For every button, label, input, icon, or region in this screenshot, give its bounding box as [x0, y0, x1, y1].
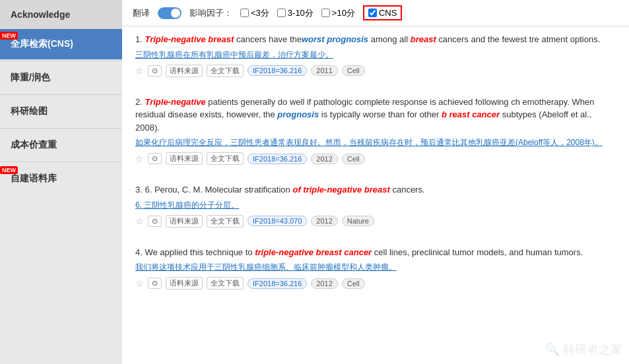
result-4-star[interactable]: ☆ [135, 278, 144, 289]
result-4-download-btn[interactable]: 全文下载 [207, 277, 244, 289]
result-2-prognosis: prognosis [277, 109, 319, 119]
translate-label: 翻译 [133, 7, 150, 19]
result-3-star[interactable]: ☆ [135, 216, 144, 226]
result-2-journal: Cell [342, 154, 365, 164]
filter-lt3-checkbox[interactable] [240, 9, 249, 17]
new-badge: NEW [0, 32, 18, 40]
filter-3to10[interactable]: 3-10分 [277, 7, 314, 19]
result-1-copy-btn[interactable]: ⊙ [148, 65, 162, 76]
result-1-prognosis: prognosis [327, 34, 368, 44]
result-4-text: cell lines, preclinical tumor models, an… [372, 247, 583, 257]
result-1-breast: breast [411, 34, 436, 44]
result-1-title: 1. Triple-negative breast cancers have t… [135, 33, 616, 46]
result-4-copy-btn[interactable]: ⊙ [148, 278, 162, 289]
result-1-star[interactable]: ☆ [135, 65, 144, 76]
result-4-journal: Cell [342, 278, 365, 289]
result-2-if: IF2018=36.216 [248, 154, 307, 164]
result-1-text-3: cancers and the fewest tre atment option… [436, 34, 601, 44]
result-1-text-1: cancers have the [234, 34, 302, 44]
result-4-highlight: triple-negative breast cancer [255, 247, 372, 257]
filter-lt3-label: <3分 [251, 7, 269, 19]
result-3-source-btn[interactable]: 语料来源 [166, 215, 203, 228]
watermark: 🔍 科研者之家 [545, 342, 622, 357]
result-1-download-btn[interactable]: 全文下载 [207, 65, 244, 77]
sidebar-item-full-search[interactable]: NEW 全库检索(CNS) [0, 29, 122, 59]
filter-gt10-checkbox[interactable] [321, 9, 330, 17]
filter-cns[interactable]: CNS [363, 5, 402, 20]
result-1-year: 2011 [311, 65, 337, 76]
result-item-2: 2. Triple-negative patients generally do… [135, 96, 616, 172]
sidebar-item-label: 自建语料库 [11, 173, 57, 183]
result-2-number: 2. [135, 97, 145, 107]
sidebar-divider-4 [0, 162, 122, 162]
result-1-highlight-1: Triple-negative breast [145, 34, 234, 44]
sidebar-item-research-fig[interactable]: 科研绘图 [0, 96, 122, 127]
filter-gt10-label: >10分 [332, 7, 355, 19]
result-1-chinese: 三阴性乳腺癌在所有乳腺癌中预后最差，治疗方案最少。 [135, 49, 616, 61]
result-2-star[interactable]: ☆ [135, 154, 144, 164]
result-3-number: 3. 6. Perou, C. M. Molecular stratificat… [135, 185, 292, 195]
result-2-meta: ☆ ⊙ 语料来源 全文下载 IF2018=36.216 2012 Cell [135, 152, 616, 165]
new-badge-2: NEW [0, 166, 18, 174]
filter-cns-checkbox[interactable] [368, 9, 377, 17]
sidebar-item-label: Acknowledge [11, 9, 70, 20]
result-2-tn: Triple-negative [145, 97, 205, 107]
result-4-meta: ☆ ⊙ 语料来源 全文下载 IF2018=36.216 2012 Cell [135, 277, 616, 289]
sidebar: Acknowledge NEW 全库检索(CNS) 降重/润色 科研绘图 成本价… [0, 0, 122, 364]
sidebar-item-reduce-color[interactable]: 降重/润色 [0, 63, 122, 93]
result-1-if: IF2018=36.216 [248, 65, 307, 76]
result-3-text: cancers. [390, 185, 425, 195]
result-1-journal: Cell [342, 65, 365, 76]
sidebar-item-label: 降重/润色 [11, 72, 50, 82]
main-content: 翻译 影响因子： <3分 3-10分 >10分 CNS 1. Triple-ne… [122, 0, 629, 364]
sidebar-item-custom-corpus[interactable]: NEW 自建语料库 [0, 164, 122, 194]
result-2-year: 2012 [311, 154, 337, 164]
result-4-title: 4. We applied this technique to triple-n… [135, 246, 616, 259]
result-2-copy-btn[interactable]: ⊙ [148, 153, 162, 164]
sidebar-item-label: 成本价查重 [11, 139, 57, 150]
result-2-source-btn[interactable]: 语料来源 [166, 152, 203, 165]
filter-3to10-label: 3-10分 [288, 7, 314, 19]
result-3-copy-btn[interactable]: ⊙ [148, 216, 162, 227]
result-2-chinese: 如果化疗后病理完全反应，三阴性患者通常表现良好。然而，当残留疾病存在时，预后通常… [135, 136, 616, 148]
result-1-worst: worst [302, 34, 327, 44]
result-2-chinese-text[interactable]: 如果化疗后病理完全反应，三阴性患者通常表现良好。然而，当残留疾病存在时，预后通常… [135, 138, 603, 147]
result-1-meta: ☆ ⊙ 语料来源 全文下载 IF2018=36.216 2011 Cell [135, 65, 616, 77]
results-list: 1. Triple-negative breast cancers have t… [122, 26, 629, 364]
impact-factor-label: 影响因子： [189, 7, 232, 19]
result-3-chinese: 6. 三阴性乳腺癌的分子分层。 [135, 199, 616, 211]
result-3-year: 2012 [311, 216, 337, 226]
result-item-3: 3. 6. Perou, C. M. Molecular stratificat… [135, 183, 616, 234]
result-2-text-2: is typically worse than for other [319, 109, 442, 119]
sidebar-item-label: 科研绘图 [11, 106, 48, 116]
filter-3to10-checkbox[interactable] [277, 9, 286, 17]
filter-bar: 翻译 影响因子： <3分 3-10分 >10分 CNS [122, 0, 629, 26]
result-3-journal: Nature [342, 216, 374, 226]
result-4-source-btn[interactable]: 语料来源 [166, 277, 203, 289]
result-2-breast: b reast cancer [442, 109, 500, 119]
result-4-chinese: 我们将这项技术应用于三阴性乳腺癌细胞系、临床前肿瘤模型和人类肿瘤。 [135, 261, 616, 273]
sidebar-divider-2 [0, 94, 122, 95]
result-4-year: 2012 [311, 278, 337, 289]
sidebar-divider [0, 61, 122, 61]
result-3-title: 3. 6. Perou, C. M. Molecular stratificat… [135, 183, 616, 197]
result-3-download-btn[interactable]: 全文下载 [207, 215, 244, 228]
result-3-meta: ☆ ⊙ 语料来源 全文下载 IF2018=43.070 2012 Nature [135, 215, 616, 228]
translate-toggle[interactable] [158, 7, 182, 19]
sidebar-item-acknowledge[interactable]: Acknowledge [0, 0, 122, 29]
result-1-text-2: among all [368, 34, 411, 44]
result-4-chinese-text[interactable]: 我们将这项技术应用于三阴性乳腺癌细胞系、临床前肿瘤模型和人类肿瘤。 [135, 262, 397, 272]
result-item-1: 1. Triple-negative breast cancers have t… [135, 33, 616, 84]
result-1-source-btn[interactable]: 语料来源 [166, 65, 203, 77]
sidebar-item-cost-check[interactable]: 成本价查重 [0, 130, 122, 160]
filter-lt3[interactable]: <3分 [240, 7, 269, 19]
result-3-if: IF2018=43.070 [248, 216, 307, 226]
filter-cns-label: CNS [379, 8, 397, 18]
sidebar-item-label: 全库检索(CNS) [11, 38, 73, 49]
sidebar-divider-3 [0, 128, 122, 129]
result-2-download-btn[interactable]: 全文下载 [207, 152, 244, 165]
result-1-chinese-text[interactable]: 三阴性乳腺癌在所有乳腺癌中预后最差，治疗方案最少。 [135, 50, 333, 59]
result-3-chinese-text[interactable]: 6. 三阴性乳腺癌的分子分层。 [135, 200, 239, 210]
filter-gt10[interactable]: >10分 [321, 7, 355, 19]
result-1-number: 1. [135, 34, 145, 44]
